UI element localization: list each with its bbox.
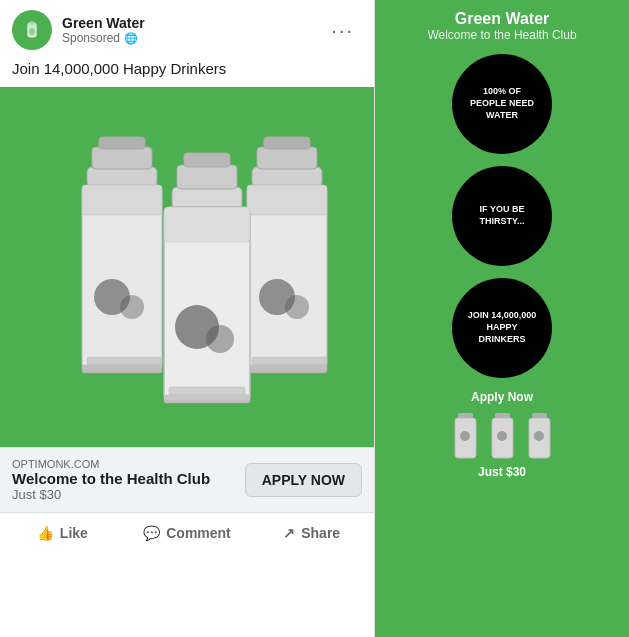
like-icon: 👍 [37,525,54,541]
comment-icon: 💬 [143,525,160,541]
right-header: Green Water Welcome to the Health Club [427,10,576,42]
svg-rect-28 [164,207,250,242]
right-brand-subtitle: Welcome to the Health Club [427,28,576,42]
mini-card: Apply Now Just $30 [448,390,557,479]
mini-bottles [448,408,557,463]
right-panel: Green Water Welcome to the Health Club 1… [375,0,629,637]
circle-2-text: IF YOU BE THIRSTY... [464,204,540,227]
svg-point-20 [285,295,309,319]
svg-rect-24 [172,187,242,209]
circle-1-text: 100% OF PEOPLE NEED WATER [464,86,540,121]
share-label: Share [301,525,340,541]
post-meta: Green Water Sponsored 🌐 [62,15,313,45]
cta-info: OPTIMONK.COM Welcome to the Health Club … [12,458,210,502]
like-label: Like [60,525,88,541]
svg-rect-16 [264,137,310,149]
brand-name: Green Water [62,15,313,31]
post-header: Green Water Sponsored 🌐 ··· [0,0,374,60]
svg-rect-8 [82,185,162,215]
post-image [0,87,374,447]
comment-label: Comment [166,525,231,541]
avatar [12,10,52,50]
svg-rect-14 [252,167,322,187]
svg-point-10 [120,295,144,319]
sponsored-row: Sponsored 🌐 [62,31,313,45]
cta-bar: OPTIMONK.COM Welcome to the Health Club … [0,447,374,512]
reaction-bar: 👍 Like 💬 Comment ↗ Share [0,512,374,553]
right-brand-title: Green Water [427,10,576,28]
circle-3-text: JOIN 14,000,000 HAPPY DRINKERS [464,310,540,345]
svg-rect-2 [29,22,35,25]
svg-rect-26 [184,153,230,167]
svg-point-39 [497,431,507,441]
svg-rect-37 [495,413,510,418]
svg-rect-13 [82,365,162,369]
svg-point-36 [460,431,470,441]
circle-3: JOIN 14,000,000 HAPPY DRINKERS [452,278,552,378]
circle-2: IF YOU BE THIRSTY... [452,166,552,266]
left-panel: Green Water Sponsored 🌐 ··· Join 14,000,… [0,0,375,637]
share-button[interactable]: ↗ Share [249,517,374,549]
svg-rect-11 [87,357,162,365]
cta-domain: OPTIMONK.COM [12,458,210,470]
like-button[interactable]: 👍 Like [0,517,125,549]
svg-rect-40 [532,413,547,418]
svg-rect-25 [177,165,237,189]
svg-rect-18 [247,185,327,215]
svg-point-30 [206,325,234,353]
svg-rect-34 [458,413,473,418]
svg-rect-21 [252,357,327,365]
cta-title: Welcome to the Health Club [12,470,210,487]
post-tagline: Join 14,000,000 Happy Drinkers [0,60,374,87]
globe-icon: 🌐 [124,32,138,45]
svg-point-42 [534,431,544,441]
share-icon: ↗ [283,525,295,541]
svg-rect-15 [257,147,317,169]
circle-1: 100% OF PEOPLE NEED WATER [452,54,552,154]
svg-rect-6 [99,137,145,149]
svg-rect-4 [87,167,157,187]
cta-subtitle: Just $30 [12,487,210,502]
svg-rect-5 [92,147,152,169]
mini-card-price: Just $30 [448,465,557,479]
mini-card-label: Apply Now [448,390,557,404]
comment-button[interactable]: 💬 Comment [125,517,250,549]
svg-rect-33 [164,395,250,400]
more-options-button[interactable]: ··· [323,15,362,46]
sponsored-label: Sponsored [62,31,120,45]
svg-rect-23 [247,365,327,369]
svg-point-3 [29,28,35,35]
apply-now-button[interactable]: APPLY NOW [245,463,362,497]
